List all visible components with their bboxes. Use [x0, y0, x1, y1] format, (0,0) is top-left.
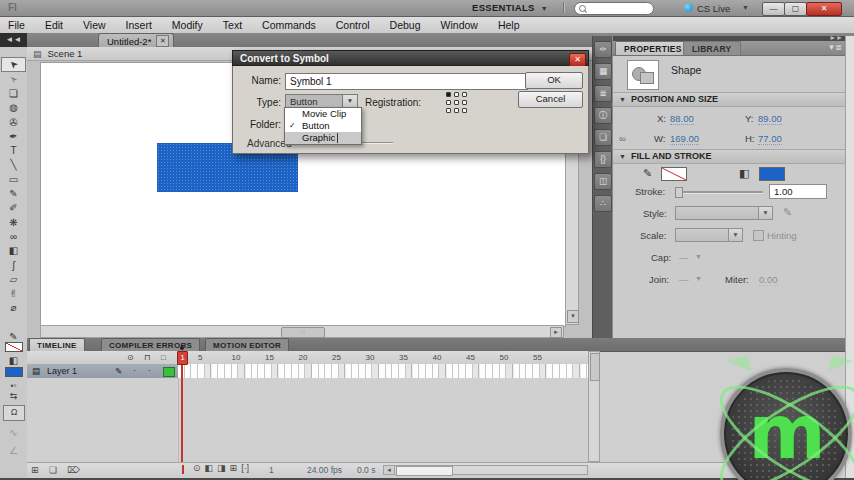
tool-rectangle[interactable]: ▭	[2, 172, 25, 186]
menu-edit[interactable]: Edit	[35, 17, 73, 33]
onion-skin-button[interactable]: ◧	[205, 463, 214, 473]
type-option-button[interactable]: ✓Button	[285, 120, 361, 132]
minimize-button[interactable]: —	[762, 2, 785, 16]
dialog-titlebar[interactable]: Convert to Symbol ✕	[232, 50, 589, 66]
frame-rate-value[interactable]: 24.00 fps	[307, 465, 342, 475]
tool-pencil[interactable]: ✎	[2, 186, 25, 200]
search-input[interactable]	[574, 2, 654, 15]
lock-width-height-icon[interactable]: ∞	[619, 133, 626, 144]
type-option-movie-clip[interactable]: Movie Clip	[285, 108, 361, 120]
x-value[interactable]: 88.00	[670, 113, 694, 125]
menu-window[interactable]: Window	[431, 17, 488, 33]
delete-layer-button[interactable]: ⌦	[67, 465, 80, 475]
straighten-button[interactable]: ∠	[0, 445, 27, 456]
tool-pen[interactable]: ✒	[2, 129, 25, 143]
menu-modify[interactable]: Modify	[162, 17, 213, 33]
cap-style-icon[interactable]: —	[679, 252, 689, 263]
type-option-graphic[interactable]: Graphic	[285, 132, 361, 144]
collapse-panels-icon[interactable]: ►►	[829, 34, 843, 41]
align-panel-icon[interactable]: ≣	[594, 85, 612, 102]
timeline-horizontal-scrollbar[interactable]: ◄	[383, 465, 588, 475]
section-fill-and-stroke[interactable]: ▼FILL AND STROKE	[613, 149, 846, 164]
tab-library[interactable]: LIBRARY	[683, 41, 741, 55]
cs-live-chevron-icon[interactable]: ▼	[742, 4, 749, 11]
menu-debug[interactable]: Debug	[380, 17, 431, 33]
onion-skin-outlines-button[interactable]: ◨	[217, 463, 226, 473]
stroke-pencil-icon[interactable]: ✎	[643, 167, 652, 180]
stroke-scale-dropdown[interactable]: ▼	[675, 228, 743, 242]
section-position-and-size[interactable]: ▼POSITION AND SIZE	[613, 92, 846, 107]
tool-eyedropper[interactable]: ʃ	[2, 258, 25, 272]
scrollbar-thumb[interactable]: ∷	[281, 327, 325, 338]
menu-file[interactable]: File	[0, 17, 35, 33]
cancel-button[interactable]: Cancel	[518, 91, 583, 108]
scroll-right-icon[interactable]: ►	[550, 327, 562, 338]
scroll-left-icon[interactable]: ◄	[384, 466, 395, 474]
h-value[interactable]: 77.00	[758, 133, 782, 145]
tool-selection[interactable]: ➤	[1, 57, 26, 72]
scrollbar-thumb[interactable]	[590, 353, 600, 381]
stroke-color-swatch[interactable]	[661, 167, 687, 181]
menu-text[interactable]: Text	[213, 17, 252, 33]
scene-label[interactable]: Scene 1	[48, 48, 83, 59]
menu-view[interactable]: View	[73, 17, 116, 33]
tab-compiler-errors[interactable]: COMPILER ERRORS	[101, 338, 200, 351]
join-style-icon[interactable]: —	[679, 274, 689, 285]
menu-commands[interactable]: Commands	[252, 17, 326, 33]
layer-outline-color-swatch[interactable]	[163, 367, 175, 377]
maximize-button[interactable]: ▢	[784, 2, 807, 16]
layer-row[interactable]: ▤ Layer 1 ✎ · ·	[27, 364, 588, 378]
slider-thumb[interactable]	[675, 187, 683, 198]
show-hide-all-layers-icon[interactable]: ⊙	[127, 353, 134, 362]
hinting-checkbox[interactable]	[753, 230, 764, 241]
cs-live-button[interactable]: CS Live	[697, 3, 730, 14]
stroke-style-dropdown[interactable]: ▼	[675, 206, 773, 220]
tab-timeline[interactable]: TIMELINE	[29, 338, 85, 351]
new-folder-button[interactable]: ❏	[49, 465, 57, 475]
fill-bucket-icon[interactable]: ◧	[739, 167, 749, 180]
close-tab-icon[interactable]: ✕	[156, 35, 169, 47]
new-layer-button[interactable]: ⊞	[31, 465, 39, 475]
layer-lock-dot[interactable]: ·	[148, 365, 151, 375]
tool-hand[interactable]: ✌	[2, 286, 25, 300]
black-white-button[interactable]: ▪▫	[0, 381, 27, 390]
smooth-button[interactable]: ∿	[0, 427, 27, 438]
tool-line[interactable]: ╲	[2, 158, 25, 172]
tool-lasso[interactable]: ✇	[2, 115, 25, 129]
tool-paint-bucket[interactable]: ◧	[2, 244, 25, 258]
symbol-name-input[interactable]: Symbol 1	[285, 73, 528, 90]
document-tab[interactable]: Untitled-2* ✕	[98, 33, 174, 48]
panel-menu-icon[interactable]: ▼≣	[827, 43, 842, 52]
stroke-weight-slider[interactable]	[675, 191, 763, 193]
modify-markers-button[interactable]: [·]	[241, 463, 249, 473]
motion-presets-panel-icon[interactable]: ∴	[594, 195, 612, 212]
frame-ruler[interactable]: 510152025303540455055	[178, 351, 588, 364]
miter-value[interactable]: 0.00	[759, 274, 778, 286]
menu-insert[interactable]: Insert	[116, 17, 162, 33]
menu-help[interactable]: Help	[488, 17, 530, 33]
tab-motion-editor[interactable]: MOTION EDITOR	[205, 338, 289, 351]
tool-free-transform[interactable]: ❏	[2, 86, 25, 100]
workspace-switcher[interactable]: ESSENTIALS▼	[472, 2, 548, 13]
cap-dropdown-icon[interactable]: ▼	[695, 253, 702, 260]
edit-multiple-frames-button[interactable]: ⊞	[230, 463, 238, 473]
edit-stroke-style-icon[interactable]: ✎	[783, 206, 792, 219]
playhead[interactable]: 1	[177, 351, 188, 365]
tool-deco[interactable]: ❋	[2, 215, 25, 229]
layer-name[interactable]: Layer 1	[47, 366, 77, 376]
join-dropdown-icon[interactable]: ▼	[695, 275, 702, 282]
y-value[interactable]: 89.00	[758, 113, 782, 125]
scroll-down-icon[interactable]: ▼	[567, 310, 579, 323]
ok-button[interactable]: OK	[525, 72, 583, 89]
show-layers-as-outlines-icon[interactable]: □	[161, 353, 166, 362]
tab-properties[interactable]: PROPERTIES	[615, 41, 691, 55]
w-value[interactable]: 169.00	[670, 133, 699, 145]
frame-cells[interactable]	[178, 364, 588, 379]
swatches-panel-icon[interactable]: ▦	[594, 63, 612, 80]
info-panel-icon[interactable]: ⓘ	[594, 107, 612, 124]
code-snippets-panel-icon[interactable]: {}	[594, 151, 612, 168]
timeline-vertical-scrollbar[interactable]	[588, 351, 600, 462]
lock-all-layers-icon[interactable]: ⊓	[144, 353, 150, 362]
scrollbar-thumb[interactable]	[396, 466, 453, 476]
snap-to-objects-button[interactable]: Ω	[3, 405, 25, 421]
